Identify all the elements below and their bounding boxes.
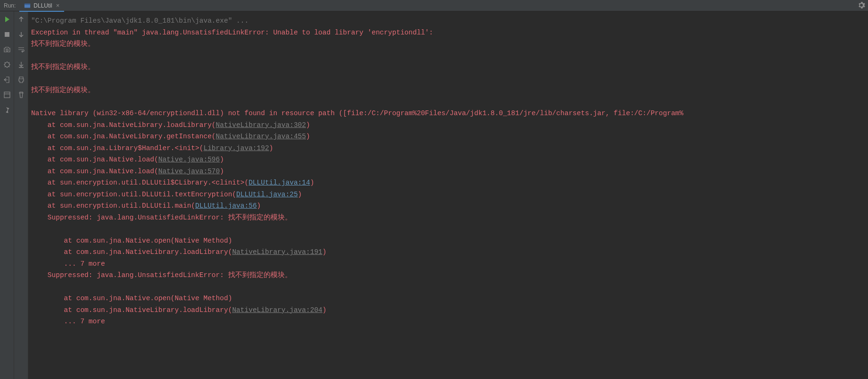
stack-frame: at sun.encryption.util.DLLUtil.main( (48, 202, 195, 210)
console-line (31, 281, 868, 293)
down-icon[interactable] (17, 30, 25, 39)
run-tab[interactable]: DLLUtil × (19, 0, 64, 12)
stack-frame: at com.sun.jna.NativeLibrary.loadLibrary… (64, 248, 232, 256)
source-link[interactable]: NativeLibrary.java:455 (216, 133, 306, 140)
toolbar-col-2 (14, 11, 28, 379)
console-line: at com.sun.jna.NativeLibrary.loadLibrary… (31, 246, 868, 258)
stack-frame: at com.sun.jna.NativeLibrary.getInstance… (48, 133, 216, 140)
console-line: at com.sun.jna.NativeLibrary.loadLibrary… (31, 304, 868, 316)
svg-rect-1 (25, 3, 30, 5)
console-line: at com.sun.jna.Native.open(Native Method… (31, 293, 868, 304)
trash-icon[interactable] (17, 91, 25, 99)
console-line: at com.sun.jna.NativeLibrary.getInstance… (31, 131, 868, 143)
stack-frame: at com.sun.jna.Native.open(Native Method… (64, 295, 232, 302)
run-header: Run: DLLUtil × (0, 0, 868, 11)
console-line: at com.sun.jna.Native.load(Native.java:5… (31, 154, 868, 166)
console-line (31, 223, 868, 235)
source-link[interactable]: Library.java:192 (203, 144, 269, 152)
stack-frame: at com.sun.jna.Native.load( (48, 168, 158, 175)
rerun-icon[interactable] (3, 15, 11, 24)
console-line: 找不到指定的模块。 (31, 84, 868, 96)
console-line: "C:\Program Files\Java\jdk1.8.0_181\bin\… (31, 15, 868, 27)
console-line: at com.sun.jna.Library$Handler.<init>(Li… (31, 143, 868, 154)
console-line: at com.sun.jna.NativeLibrary.loadLibrary… (31, 119, 868, 131)
toolbar-col-1 (0, 11, 14, 379)
svg-rect-5 (4, 92, 10, 98)
source-link[interactable]: NativeLibrary.java:204 (232, 306, 322, 314)
stack-frame: ... 7 more (64, 260, 105, 268)
app-icon (24, 2, 31, 9)
module-not-found: 找不到指定的模块。 (31, 86, 95, 94)
stack-frame: at com.sun.jna.NativeLibrary.loadLibrary… (48, 121, 216, 129)
camera-icon[interactable] (3, 45, 11, 54)
source-link[interactable]: Native.java:596 (158, 156, 220, 163)
console-line: at com.sun.jna.Native.open(Native Method… (31, 235, 868, 247)
softwrap-icon[interactable] (17, 45, 25, 54)
console-line (31, 73, 868, 85)
console-output[interactable]: "C:\Program Files\Java\jdk1.8.0_181\bin\… (28, 11, 868, 379)
suppressed-line: Suppressed: java.lang.UnsatisfiedLinkErr… (48, 214, 292, 221)
run-label: Run: (0, 2, 19, 9)
stack-frame: at sun.encryption.util.DLLUtil.textEncry… (48, 191, 236, 198)
console-line: 找不到指定的模块。 (31, 61, 868, 73)
source-link[interactable]: DLLUtil.java:14 (248, 179, 310, 186)
stack-frame: at com.sun.jna.Native.load( (48, 156, 158, 163)
source-link[interactable]: DLLUtil.java:56 (195, 202, 257, 210)
console-line (31, 50, 868, 62)
console-line: Suppressed: java.lang.UnsatisfiedLinkErr… (31, 270, 868, 281)
console-line: at sun.encryption.util.DLLUtil$CLibrary.… (31, 177, 868, 189)
console-line: at com.sun.jna.Native.load(Native.java:5… (31, 166, 868, 177)
module-not-found: 找不到指定的模块。 (31, 63, 95, 71)
source-link[interactable]: Native.java:570 (158, 168, 220, 175)
source-link[interactable]: DLLUtil.java:25 (236, 191, 298, 198)
source-link[interactable]: NativeLibrary.java:191 (232, 248, 322, 256)
exit-icon[interactable] (3, 76, 11, 84)
stack-frame: at sun.encryption.util.DLLUtil$CLibrary.… (48, 179, 248, 186)
tab-label: DLLUtil (33, 2, 52, 9)
console-line (31, 96, 868, 108)
svg-point-3 (6, 49, 8, 51)
close-icon[interactable]: × (56, 2, 60, 8)
native-line: Native library (win32-x86-64/encryptiond… (31, 109, 684, 117)
scroll-to-end-icon[interactable] (17, 60, 25, 69)
layout-icon[interactable] (3, 91, 11, 99)
up-icon[interactable] (17, 15, 25, 24)
print-icon[interactable] (17, 76, 25, 84)
console-line: Suppressed: java.lang.UnsatisfiedLinkErr… (31, 212, 868, 224)
debug-icon[interactable] (3, 60, 11, 69)
suppressed-line: Suppressed: java.lang.UnsatisfiedLinkErr… (48, 271, 292, 279)
stack-frame: at com.sun.jna.Library$Handler.<init>( (48, 144, 204, 152)
console-line: Native library (win32-x86-64/encryptiond… (31, 108, 868, 119)
stack-frame: at com.sun.jna.Native.open(Native Method… (64, 237, 232, 244)
svg-rect-2 (5, 32, 9, 37)
console-line: at sun.encryption.util.DLLUtil.textEncry… (31, 189, 868, 201)
console-line: 找不到指定的模块。 (31, 38, 868, 50)
gear-icon[interactable] (858, 1, 865, 10)
console-line: ... 7 more (31, 258, 868, 270)
stack-frame: ... 7 more (64, 318, 105, 325)
console-line: at sun.encryption.util.DLLUtil.main(DLLU… (31, 200, 868, 212)
stack-frame: at com.sun.jna.NativeLibrary.loadLibrary… (64, 306, 232, 314)
pin-icon[interactable] (3, 106, 11, 114)
cmd-line: "C:\Program Files\Java\jdk1.8.0_181\bin\… (31, 17, 248, 25)
module-not-found: 找不到指定的模块。 (31, 40, 95, 48)
stop-icon[interactable] (3, 30, 11, 39)
console-line: Exception in thread "main" java.lang.Uns… (31, 27, 868, 39)
console-line: ... 7 more (31, 316, 868, 328)
source-link[interactable]: NativeLibrary.java:302 (216, 121, 306, 129)
exception-line: Exception in thread "main" java.lang.Uns… (31, 29, 433, 36)
